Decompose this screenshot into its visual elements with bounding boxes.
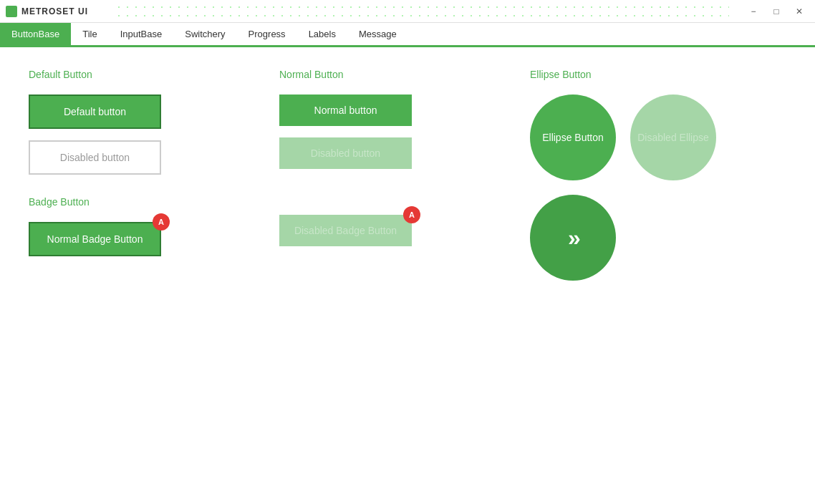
disabled-badge-button-section: Disabled Badge Button A bbox=[279, 190, 530, 258]
disabled-badge-wrapper: Disabled Badge Button A bbox=[279, 215, 412, 246]
tab-switchery[interactable]: Switchery bbox=[173, 23, 236, 45]
ellipse-button-section: Ellipse Button Ellipse Button Disabled E… bbox=[530, 69, 786, 295]
normal-button-title: Normal Button bbox=[279, 69, 530, 80]
disabled-badge-button: Disabled Badge Button bbox=[279, 215, 412, 246]
minimize-button[interactable]: − bbox=[743, 3, 763, 20]
tab-tile[interactable]: Tile bbox=[71, 23, 108, 45]
ellipse-arrow-button[interactable]: » bbox=[530, 195, 616, 281]
disabled-badge: A bbox=[403, 206, 420, 223]
tab-inputbase[interactable]: InputBase bbox=[109, 23, 174, 45]
normal-button[interactable]: Normal button bbox=[279, 94, 412, 126]
titlebar: METROSET UI − □ ✕ bbox=[0, 0, 815, 23]
tab-labels[interactable]: Labels bbox=[297, 23, 347, 45]
tab-buttonbase[interactable]: ButtonBase bbox=[0, 23, 71, 45]
tab-progress[interactable]: Progress bbox=[237, 23, 297, 45]
ellipse-button-title: Ellipse Button bbox=[530, 69, 786, 80]
ellipse-button-disabled: Disabled Ellipse bbox=[630, 94, 716, 180]
normal-button-disabled: Disabled button bbox=[279, 137, 412, 169]
default-button-section: Default Button Default button Disabled b… bbox=[29, 69, 279, 295]
window-controls: − □ ✕ bbox=[743, 3, 809, 20]
normal-badge-button[interactable]: Normal Badge Button bbox=[29, 222, 161, 256]
ellipse-top-row: Ellipse Button Disabled Ellipse bbox=[530, 94, 786, 180]
app-icon bbox=[6, 6, 17, 17]
arrow-icon: » bbox=[568, 225, 578, 251]
close-button[interactable]: ✕ bbox=[789, 3, 809, 20]
tab-message[interactable]: Message bbox=[347, 23, 408, 45]
badge-button-title: Badge Button bbox=[29, 196, 279, 208]
tab-bar: ButtonBase Tile InputBase Switchery Prog… bbox=[0, 23, 815, 47]
default-button[interactable]: Default button bbox=[29, 94, 161, 129]
default-button-disabled: Disabled button bbox=[29, 140, 161, 175]
normal-button-section: Normal Button Normal button Disabled but… bbox=[279, 69, 530, 295]
main-content: Default Button Default button Disabled b… bbox=[0, 47, 815, 316]
normal-badge-wrapper: Normal Badge Button A bbox=[29, 222, 161, 256]
badge-button-section: Badge Button Normal Badge Button A bbox=[29, 196, 279, 268]
default-button-title: Default Button bbox=[29, 69, 279, 80]
app-logo: METROSET UI bbox=[6, 6, 88, 17]
normal-badge: A bbox=[153, 213, 170, 231]
maximize-button[interactable]: □ bbox=[766, 3, 786, 20]
decorative-dots bbox=[115, 3, 729, 17]
ellipse-button[interactable]: Ellipse Button bbox=[530, 94, 616, 180]
ellipse-bottom-row: » bbox=[530, 195, 786, 281]
app-title: METROSET UI bbox=[21, 6, 88, 16]
